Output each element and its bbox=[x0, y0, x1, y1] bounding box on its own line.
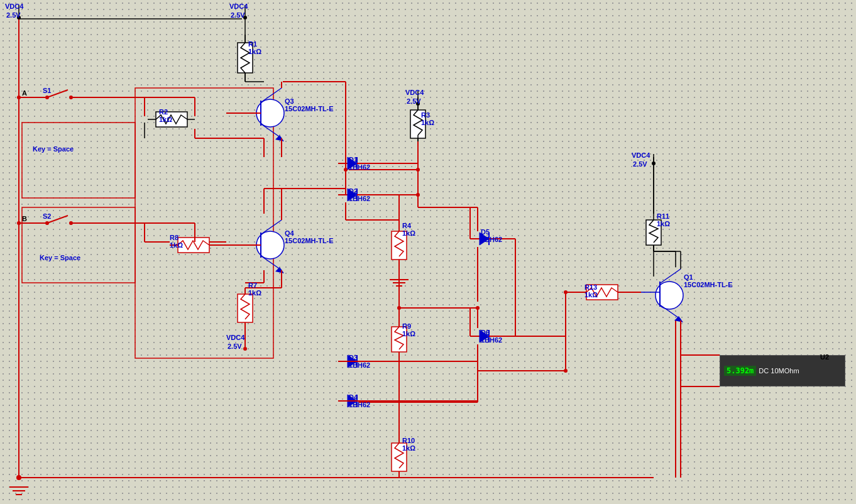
svg-point-30 bbox=[476, 306, 480, 310]
voltmeter-value: 5.392m bbox=[724, 366, 756, 376]
r7-value: 1kΩ bbox=[248, 289, 261, 297]
r11-label: R11 bbox=[657, 212, 669, 220]
svg-text:B: B bbox=[22, 215, 27, 222]
vdc4-voltage-5: 2.5V bbox=[228, 342, 242, 350]
r4-label: R4 bbox=[402, 222, 411, 229]
r9-label: R9 bbox=[402, 322, 411, 330]
s2-key-label: Key = Space bbox=[40, 254, 80, 261]
svg-text:S1: S1 bbox=[43, 87, 51, 94]
d6-label: D6 bbox=[481, 329, 490, 336]
q3-label: Q3 bbox=[285, 97, 294, 105]
s1-key-label: Key = Space bbox=[33, 145, 74, 153]
svg-point-194 bbox=[652, 162, 656, 165]
r10-label: R10 bbox=[402, 437, 415, 444]
voltmeter-id: U2 bbox=[820, 353, 829, 361]
vdc4-voltage-1: 2.5V bbox=[6, 11, 21, 19]
q3-model: 15C02MH-TL-E bbox=[285, 105, 334, 112]
q1-label: Q1 bbox=[684, 273, 693, 281]
d3-model: 1BH62 bbox=[349, 361, 370, 369]
svg-point-82 bbox=[17, 96, 21, 99]
r11-value: 1kΩ bbox=[657, 220, 670, 227]
svg-marker-123 bbox=[275, 135, 284, 141]
r3-value: 1kΩ bbox=[421, 119, 434, 126]
r8-value: 1kΩ bbox=[170, 241, 183, 249]
vdc4-label-3: VDC4 bbox=[405, 89, 424, 96]
svg-text:A: A bbox=[22, 89, 27, 97]
svg-rect-59 bbox=[22, 207, 135, 283]
r13-value: 1kΩ bbox=[584, 291, 598, 299]
r10-value: 1kΩ bbox=[402, 444, 415, 452]
q4-label: Q4 bbox=[285, 229, 294, 237]
q4-model: 15C02MH-TL-E bbox=[285, 237, 334, 244]
d5-model: 1BH62 bbox=[481, 236, 502, 243]
vdc4-label-2: VDC4 bbox=[229, 3, 248, 10]
vdc4-label-5: VDC4 bbox=[226, 334, 244, 341]
voltmeter-spec: DC 10MOhm bbox=[759, 367, 799, 375]
d2-model: 1BH62 bbox=[349, 195, 370, 202]
d3-label: D3 bbox=[349, 354, 358, 361]
svg-point-77 bbox=[416, 168, 420, 172]
svg-marker-129 bbox=[275, 267, 284, 273]
q1-model: 15C02MH-TL-E bbox=[684, 281, 733, 288]
r8-label: R8 bbox=[170, 234, 178, 241]
vdc4-label-4: VDC4 bbox=[632, 151, 650, 159]
svg-point-80 bbox=[564, 290, 568, 294]
r1-label: R1 bbox=[248, 40, 257, 48]
r2-label: R2 bbox=[159, 108, 168, 116]
svg-point-84 bbox=[16, 475, 21, 480]
schematic: S1 A S2 B bbox=[0, 0, 856, 504]
svg-point-83 bbox=[17, 221, 21, 225]
r13-label: R13 bbox=[584, 283, 597, 291]
r9-value: 1kΩ bbox=[402, 330, 415, 337]
d5-label: D5 bbox=[481, 228, 490, 236]
r2-value: 1kΩ bbox=[159, 116, 172, 123]
r4-value: 1kΩ bbox=[402, 229, 415, 237]
circuit-diagram: S1 A S2 B bbox=[0, 0, 856, 504]
r3-label: R3 bbox=[421, 111, 430, 119]
d6-model: 1BH62 bbox=[481, 336, 502, 344]
d4-label: D4 bbox=[349, 393, 358, 401]
vdc4-label-1: VDC4 bbox=[5, 3, 23, 10]
vdc4-voltage-4: 2.5V bbox=[633, 160, 647, 168]
svg-rect-101 bbox=[238, 294, 253, 322]
d2-label: D2 bbox=[349, 187, 358, 195]
d1-label: D1 bbox=[349, 156, 358, 163]
svg-rect-58 bbox=[22, 123, 135, 198]
vdc4-voltage-2: 2.5V bbox=[231, 11, 245, 19]
svg-text:S2: S2 bbox=[43, 212, 51, 220]
d1-model: 1BH62 bbox=[349, 163, 370, 171]
r1-value: 1kΩ bbox=[248, 48, 261, 55]
r7-label: R7 bbox=[248, 282, 257, 289]
d4-model: 1BH62 bbox=[349, 401, 370, 408]
svg-point-196 bbox=[243, 347, 247, 351]
vdc4-voltage-3: 2.5V bbox=[407, 97, 421, 105]
